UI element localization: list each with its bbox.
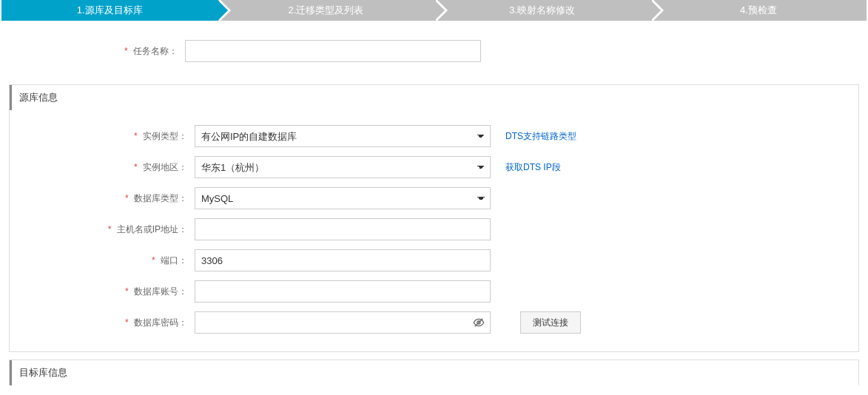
label-text: 实例类型： [143, 131, 187, 141]
target-database-section: 目标库信息 [9, 359, 859, 385]
required-marker: * [152, 255, 155, 266]
region-select[interactable]: 华东1（杭州） [195, 156, 491, 178]
label-text: 端口： [161, 255, 187, 266]
password-input[interactable] [195, 311, 491, 334]
host-label: * 主机名或IP地址： [10, 223, 195, 236]
label-text: 数据库密码： [134, 317, 187, 328]
target-section-title: 目标库信息 [10, 360, 858, 385]
password-field-wrap [195, 311, 491, 334]
db-type-select[interactable]: MySQL [195, 187, 491, 209]
source-section-title: 源库信息 [10, 85, 858, 110]
step-1[interactable]: 1.源库及目标库 [1, 0, 218, 21]
dts-link-type-link[interactable]: DTS支持链路类型 [505, 130, 576, 143]
instance-type-select[interactable]: 有公网IP的自建数据库 [195, 125, 491, 147]
label-text: 数据库类型： [134, 193, 187, 203]
db-type-label: * 数据库类型： [10, 192, 195, 205]
password-label: * 数据库密码： [10, 317, 195, 329]
task-name-label: * 任务名称： [0, 45, 185, 58]
label-text: 实例地区： [143, 162, 187, 172]
required-marker: * [108, 224, 112, 234]
step-label: 2.迁移类型及列表 [288, 4, 363, 16]
dts-ip-range-link[interactable]: 获取DTS IP段 [505, 161, 561, 174]
step-4[interactable]: 4.预检查 [650, 0, 867, 21]
required-marker: * [125, 317, 129, 328]
source-database-section: 源库信息 * 实例类型： 有公网IP的自建数据库 DTS支持链路类型 * 实例地… [9, 84, 859, 352]
required-marker: * [125, 193, 129, 203]
task-name-row: * 任务名称： [0, 21, 868, 77]
instance-type-label: * 实例类型： [10, 130, 195, 143]
required-marker: * [124, 46, 128, 56]
region-label: * 实例地区： [10, 161, 195, 174]
wizard-steps: 1.源库及目标库 2.迁移类型及列表 3.映射名称修改 4.预检查 [0, 0, 868, 21]
label-text: 任务名称： [133, 46, 178, 56]
label-text: 主机名或IP地址： [117, 224, 187, 234]
host-input[interactable] [195, 218, 491, 240]
step-label: 3.映射名称修改 [509, 4, 575, 16]
required-marker: * [134, 162, 138, 172]
step-label: 4.预检查 [740, 4, 777, 16]
required-marker: * [134, 131, 138, 141]
port-label: * 端口： [10, 254, 195, 267]
step-label: 1.源库及目标库 [77, 4, 143, 16]
test-connection-button[interactable]: 测试连接 [520, 311, 581, 334]
required-marker: * [125, 286, 129, 297]
port-input[interactable] [195, 249, 491, 271]
reveal-password-icon[interactable] [473, 317, 485, 328]
step-2[interactable]: 2.迁移类型及列表 [218, 0, 434, 21]
label-text: 数据库账号： [134, 286, 187, 297]
task-name-input[interactable] [185, 40, 481, 62]
account-input[interactable] [195, 280, 491, 303]
step-3[interactable]: 3.映射名称修改 [434, 0, 650, 21]
account-label: * 数据库账号： [10, 286, 195, 298]
